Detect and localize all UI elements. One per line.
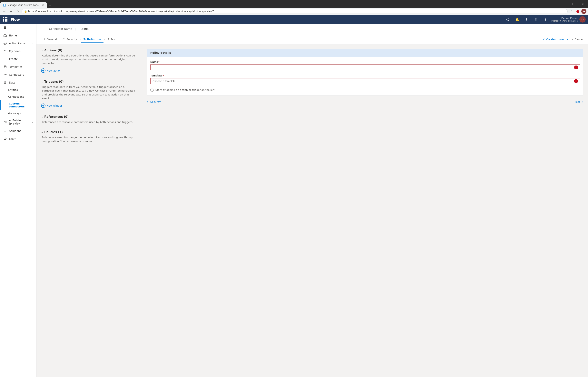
learn-label: Learn [9,137,33,140]
security-link-label: Security [150,100,161,103]
new-trigger-plus-icon: + [41,104,46,108]
bell-icon[interactable]: 🔔 [514,16,521,23]
wizard-chevron-3: › [104,38,105,41]
back-nav-icon: ← [147,100,149,103]
back-nav-button[interactable]: ← [1,9,7,14]
sidebar-item-home[interactable]: Home [0,32,36,39]
custom-connectors-label: Custom connectors [9,102,33,108]
wizard-step-definition[interactable]: 3. Definition [81,36,103,43]
new-trigger-button[interactable]: + New trigger [41,103,138,109]
step-security-label: 2. Security [63,38,77,41]
sidebar-item-my-flows[interactable]: My flows [0,47,36,55]
name-input[interactable] [150,64,580,70]
data-label: Data [9,81,30,84]
wizard-steps: 1. General › 2. Security › 3. Definition… [36,34,588,45]
templates-label: Templates [9,65,33,68]
refresh-button[interactable]: ↻ [15,9,20,14]
solutions-icon [3,129,7,133]
check-icon: ✓ [543,38,545,41]
new-tab-button[interactable]: + [47,3,53,7]
maximize-button[interactable]: ❐ [569,1,578,7]
triggers-section: ⌄ Triggers (0) Triggers read data in fro… [41,80,138,109]
waffle-menu[interactable] [2,16,8,22]
active-tab[interactable]: Manage your custom connectors ✕ [0,2,47,8]
triggers-description: Triggers read data in from your connecto… [41,85,138,100]
policies-description: Policies are used to change the behavior… [41,135,138,143]
sidebar-item-ai-builder[interactable]: AI Builder (preview) ⌄ [0,117,36,127]
solutions-label: Solutions [9,130,33,132]
policy-details-body: Name* ! Template* [147,57,583,95]
window-controls: — ❐ ✕ [559,1,588,8]
new-action-label: New action [47,69,61,72]
home-label: Home [9,34,33,37]
lock-icon: 🔒 [24,10,27,13]
test-forward-link[interactable]: Test → [575,100,583,103]
template-label: Template* [150,74,580,77]
cancel-button[interactable]: ✕ Cancel [571,38,583,41]
references-description: References are reusable parameters used … [41,120,138,124]
references-section-header: ⌄ References (0) [41,115,138,119]
connectors-icon [3,73,7,77]
sidebar-item-templates[interactable]: Templates [0,63,36,71]
close-tab-button[interactable]: ✕ [42,3,44,7]
minimize-button[interactable]: — [559,1,568,7]
sidebar-item-connectors[interactable]: Connectors [0,71,36,79]
sidebar-item-data[interactable]: Data ⌃ [0,79,36,86]
references-chevron-icon: ⌄ [41,116,43,118]
references-section: ⌄ References (0) References are reusable… [41,115,138,124]
create-icon [3,57,7,61]
sidebar-item-custom-connectors[interactable]: Custom connectors [0,100,36,110]
star-icon[interactable]: ☆ [569,9,574,14]
actions-section-header: ⌄ Actions (0) [41,49,138,52]
entities-label: Entities [8,88,33,91]
settings-icon[interactable]: ⚙ [532,16,540,23]
sidebar-item-learn[interactable]: Learn [0,135,36,143]
security-back-link[interactable]: ← Security [147,100,161,103]
name-form-group: Name* ! [150,60,580,70]
new-action-button[interactable]: + New action [41,68,138,73]
sidebar-item-entities[interactable]: Entities [0,86,36,93]
sidebar-item-gateways[interactable]: Gateways [0,110,36,117]
close-button[interactable]: ✕ [578,1,587,7]
wizard-step-general[interactable]: 1. General [41,36,59,42]
name-error-icon: ! [574,65,578,69]
address-bar[interactable]: 🔒 https://preview.flow.microsoft.com/man… [22,9,568,14]
extension-icon-red[interactable]: ⬤ [575,9,581,14]
my-flows-label: My flows [9,50,33,53]
create-connector-button[interactable]: ✓ Create connector [543,38,568,41]
my-flows-icon [3,49,7,53]
forward-nav-button[interactable]: → [8,9,14,14]
template-error-icon: ! [574,79,578,83]
back-button[interactable]: ← [41,26,47,32]
create-label: Create [9,58,33,60]
wizard-step-test[interactable]: 4. Test [105,36,118,42]
profile-icon[interactable]: D [581,9,587,14]
svg-point-4 [5,74,6,75]
triggers-section-header: ⌄ Triggers (0) [41,80,138,83]
user-tenant: Microsoft (new default) ( [551,20,578,22]
help-icon[interactable]: ? [542,16,549,23]
connectors-label: Connectors [9,73,33,76]
tab-favicon [3,4,6,6]
smiley-icon[interactable]: ☺ [504,16,511,23]
sidebar-item-connections[interactable]: Connections [0,93,36,100]
sidebar-item-menu[interactable]: ☰ [0,24,36,32]
user-profile[interactable]: Denzel Pfeifer Microsoft (new default) (… [551,16,586,23]
main-content: ⌄ Actions (0) Actions determine the oper… [36,45,588,377]
new-trigger-label: New trigger [47,104,62,107]
svg-rect-0 [3,4,5,6]
bottom-navigation: ← Security Test → [147,97,583,106]
template-form-group: Template* Choose a template ! [150,74,580,84]
svg-point-3 [4,74,5,75]
triggers-title: Triggers (0) [44,80,64,83]
sidebar-item-create[interactable]: Create [0,55,36,63]
download-icon[interactable]: ⬇ [523,16,530,23]
divider-1 [41,77,138,77]
sidebar-item-solutions[interactable]: Solutions [0,127,36,135]
sidebar-item-action-items[interactable]: Action items ⌄ [0,39,36,47]
wizard-step-security[interactable]: 2. Security [61,36,79,42]
user-avatar[interactable]: D [579,16,586,23]
name-input-wrapper: ! [150,64,580,70]
content-wrapper: ← Connector Name | Tutorial 1. General ›… [36,24,588,377]
template-select[interactable]: Choose a template [150,78,580,84]
